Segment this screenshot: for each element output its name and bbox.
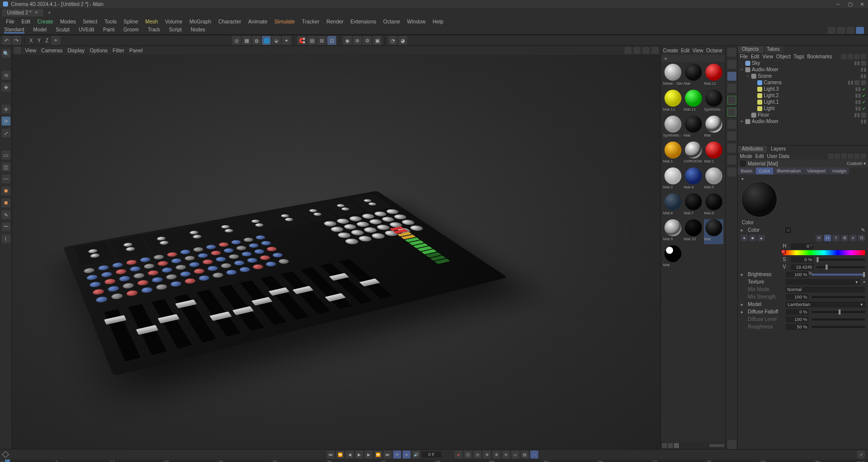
loop-icon[interactable]: ⟳: [393, 451, 401, 459]
autokey-icon[interactable]: Ⓐ: [464, 451, 472, 459]
render-region-icon[interactable]: ⊛: [353, 36, 362, 45]
axis-x[interactable]: X: [27, 37, 34, 44]
layout-paint[interactable]: Paint: [103, 27, 115, 33]
material-slot[interactable]: Mat.8: [704, 193, 723, 218]
mat-size-slider[interactable]: [709, 444, 724, 447]
color-fmt-⊡[interactable]: ⊡: [858, 235, 865, 241]
visibility-dots[interactable]: [861, 120, 866, 124]
new-material-button[interactable]: ＋: [661, 55, 725, 62]
material-slot[interactable]: Synthetic -: [704, 90, 723, 115]
object-row[interactable]: Sky: [738, 60, 868, 66]
menu-render[interactable]: Render: [323, 17, 346, 25]
model-tool[interactable]: ▭: [1, 151, 10, 159]
texture-dropdown[interactable]: ▾: [786, 279, 860, 285]
snap-icon[interactable]: ◎: [232, 36, 241, 45]
key-opts-icon[interactable]: ⋯: [530, 451, 538, 459]
soft-select-icon[interactable]: ✦: [282, 36, 291, 45]
brightness-value[interactable]: 100 %: [786, 272, 809, 278]
material-slot[interactable]: Mat.5: [704, 167, 723, 192]
layout-icon-3[interactable]: [847, 27, 855, 34]
range-icon[interactable]: ⇔: [403, 451, 411, 459]
environment-icon[interactable]: [727, 167, 736, 176]
snap-point-icon[interactable]: ⊡: [327, 36, 336, 45]
material-slot[interactable]: Mat.11: [684, 90, 703, 115]
visibility-dots[interactable]: [861, 68, 866, 72]
snap-grid-icon[interactable]: ▤: [307, 36, 316, 45]
goto-start-icon[interactable]: ⏮: [327, 451, 335, 459]
generator-icon[interactable]: [727, 96, 736, 105]
enable-check-icon[interactable]: ✔: [862, 87, 866, 92]
magnet-icon[interactable]: 🧲: [297, 36, 306, 45]
attributes-tab[interactable]: Attributes: [738, 146, 767, 153]
object-row[interactable]: Camera: [738, 79, 868, 86]
s-value[interactable]: 0 %: [791, 257, 814, 263]
menu-simulate[interactable]: Simulate: [271, 17, 298, 25]
light-icon[interactable]: [727, 155, 736, 164]
viewport[interactable]: [12, 55, 660, 449]
material-slot[interactable]: Mat.1: [704, 142, 723, 166]
menu-modes[interactable]: Modes: [57, 17, 79, 25]
visibility-dots[interactable]: [855, 113, 860, 117]
material-slot[interactable]: Mat.9: [663, 219, 683, 244]
keyframe-icon[interactable]: [2, 451, 9, 458]
attrmenu-mode[interactable]: Mode: [740, 154, 752, 159]
cube-icon[interactable]: [727, 72, 736, 81]
channel-viewport[interactable]: Viewport: [804, 167, 829, 174]
attr-up-icon[interactable]: [841, 154, 847, 159]
layout-icon-1[interactable]: [828, 27, 836, 34]
objmenu-file[interactable]: File: [740, 54, 748, 59]
material-slot[interactable]: Mat.4: [684, 167, 703, 192]
menu-tools[interactable]: Tools: [101, 17, 120, 25]
play-fwd-icon[interactable]: ▶: [365, 451, 373, 459]
color-picker-mode-icon[interactable]: ●: [741, 235, 748, 241]
attr-new-icon[interactable]: [854, 154, 860, 159]
material-slot[interactable]: Mat: [704, 116, 723, 141]
vpmenu-cameras[interactable]: Cameras: [41, 47, 63, 53]
material-slot[interactable]: Mat.10: [684, 219, 703, 244]
menu-window[interactable]: Window: [404, 17, 429, 25]
quantize-icon[interactable]: ◍: [252, 36, 261, 45]
matmenu-edit[interactable]: Edit: [681, 48, 689, 53]
axis-z[interactable]: Z: [43, 37, 50, 44]
objmenu-tags[interactable]: Tags: [794, 54, 804, 59]
material-slot[interactable]: Mat.7: [684, 193, 703, 218]
visibility-dots[interactable]: [861, 74, 866, 78]
key-rot-icon[interactable]: ⊗: [492, 451, 500, 459]
key-scale-icon[interactable]: ⊘: [502, 451, 510, 459]
visibility-dots[interactable]: [856, 94, 861, 98]
layout-icon-4[interactable]: [856, 27, 864, 34]
layout-sculpt[interactable]: Sculpt: [56, 27, 70, 33]
material-head-mode[interactable]: Custom ▾: [847, 161, 866, 166]
mat-small-view-icon[interactable]: [668, 443, 673, 448]
obj-opts-icon[interactable]: [861, 54, 866, 59]
rotate-tool[interactable]: ⟳: [1, 117, 10, 126]
next-key-icon[interactable]: ⏭: [384, 451, 392, 459]
eyedropper-icon[interactable]: ✎: [861, 227, 865, 233]
viewport-nav-icon-4[interactable]: [651, 47, 658, 54]
expand-icon[interactable]: −: [746, 73, 750, 79]
vpmenu-display[interactable]: Display: [67, 47, 84, 53]
mat-large-view-icon[interactable]: [674, 443, 679, 448]
key-pos-icon[interactable]: ⊕: [483, 451, 491, 459]
layout-nodes[interactable]: Nodes: [191, 27, 205, 33]
redo-button[interactable]: ↷: [12, 36, 21, 45]
tag-icon[interactable]: [861, 113, 866, 118]
timeline-expand-icon[interactable]: ⤢: [857, 451, 865, 459]
minimize-button[interactable]: ─: [836, 1, 841, 6]
close-button[interactable]: ✕: [860, 1, 865, 6]
brightness-slider[interactable]: [812, 274, 865, 276]
obj-filter-icon[interactable]: [854, 54, 860, 59]
object-row[interactable]: Light✔: [738, 105, 868, 112]
falloff-slider[interactable]: [812, 311, 865, 313]
material-slot[interactable]: Mat: [704, 219, 723, 244]
layout-standard[interactable]: Standard: [4, 27, 24, 33]
color-fmt-#[interactable]: #: [850, 235, 857, 241]
expand-icon[interactable]: −: [740, 67, 744, 72]
attr-back-icon[interactable]: [828, 154, 834, 159]
color-fmt-H[interactable]: H: [824, 235, 831, 241]
s-slider[interactable]: [817, 259, 865, 261]
camera-icon[interactable]: [727, 144, 736, 153]
play-back-icon[interactable]: ▶: [355, 451, 363, 459]
v-value[interactable]: 19.4245 %: [791, 264, 814, 270]
channel-assign[interactable]: Assign: [829, 167, 850, 174]
